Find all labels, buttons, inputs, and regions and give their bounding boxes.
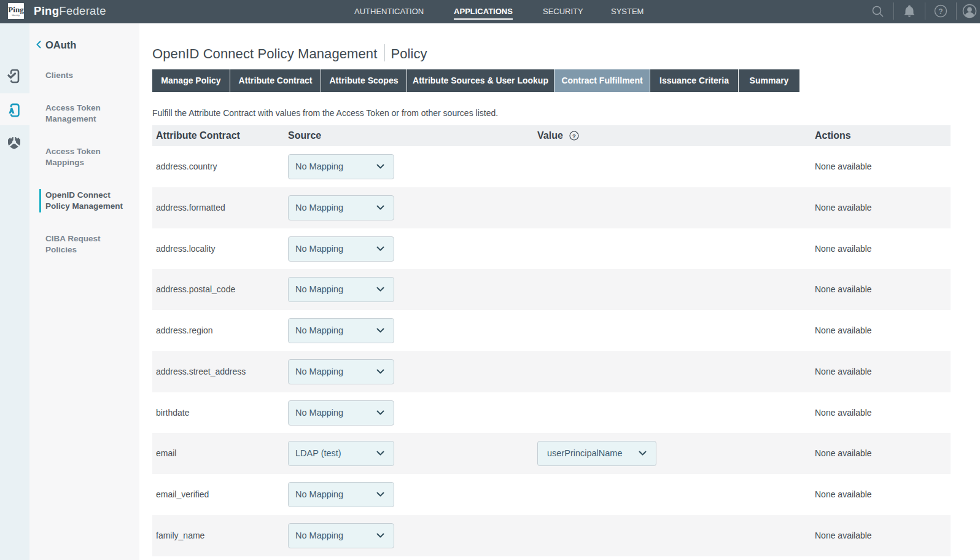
svg-text:?: ?: [572, 133, 576, 139]
svg-text:?: ?: [938, 7, 943, 16]
